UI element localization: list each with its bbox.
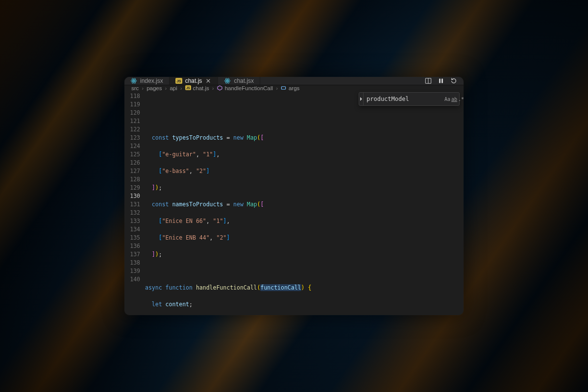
line-number: 126 [124,159,145,167]
code-line: ["e-bass", "2"] [145,167,464,175]
line-number: 136 [124,242,145,250]
code-line: ]); [145,184,464,192]
code-line: ["Enice ENB 44", "2"] [145,234,464,242]
method-icon [217,85,223,91]
split-editor-icon[interactable] [424,77,432,85]
svg-rect-10 [439,79,441,83]
chevron-right-icon: › [212,85,214,91]
line-number: 128 [124,175,145,184]
pause-icon[interactable] [437,77,445,85]
breadcrumb-segment[interactable]: src [131,85,139,91]
tab-spacer [260,77,418,85]
chevron-right-icon: › [165,85,167,91]
react-icon [130,77,137,84]
find-whole-word[interactable]: ab [451,94,457,104]
line-number: 140 [124,275,145,284]
editor-body: 1181191201211221231241251261271281291301… [124,91,464,315]
code-area[interactable]: Aa ab .* const typesToProducts = new Map… [145,91,464,315]
tab-bar: index.jsx JS chat.js chat.jsx [124,77,464,85]
chevron-right-icon: › [142,85,144,91]
find-input[interactable] [364,96,444,102]
chevron-right-icon: › [180,85,182,91]
line-number: 137 [124,250,145,259]
line-number: 119 [124,100,145,109]
code-line: async function handleFunctionCall(functi… [145,284,464,292]
line-number: 122 [124,125,145,134]
line-number-gutter: 1181191201211221231241251261271281291301… [124,91,145,315]
line-number: 139 [124,267,145,275]
line-number: 121 [124,117,145,125]
react-icon [224,77,231,84]
tab-chat-jsx[interactable]: chat.jsx [218,77,260,85]
variable-icon [281,85,287,91]
line-number: 118 [124,92,145,100]
svg-rect-11 [441,79,443,83]
line-number: 138 [124,259,145,267]
line-number: 124 [124,142,145,150]
code-line: ["e-guitar", "1"], [145,150,464,159]
line-number: 135 [124,234,145,242]
breadcrumb-segment[interactable]: api [170,85,177,91]
code-line: let content; [145,300,464,309]
svg-point-0 [133,80,134,81]
breadcrumb-segment[interactable]: JS chat.js [185,85,209,91]
editor-actions [418,77,464,85]
tab-label: chat.js [185,77,202,84]
svg-rect-12 [281,87,285,90]
tab-label: chat.jsx [234,77,254,84]
line-number: 129 [124,184,145,192]
tab-label: index.jsx [140,77,163,84]
find-regex[interactable]: .* [458,94,464,104]
find-expand-toggle[interactable] [359,93,364,105]
js-icon: JS [175,77,182,84]
line-number: 131 [124,200,145,209]
close-tab-button[interactable] [205,77,212,84]
line-number: 120 [124,109,145,117]
line-number: 125 [124,150,145,159]
breadcrumb: src › pages › api › JS chat.js › handleF… [124,85,464,91]
code-line: const typesToProducts = new Map([ [145,134,464,142]
svg-point-4 [227,80,228,81]
breadcrumb-segment[interactable]: args [281,85,299,91]
line-number: 130 [124,192,145,200]
chevron-right-icon: › [276,85,278,91]
line-number: 127 [124,167,145,175]
line-number: 132 [124,209,145,217]
breadcrumb-segment[interactable]: handleFunctionCall [217,85,273,91]
code-editor-window: index.jsx JS chat.js chat.jsx [124,77,464,315]
code-line: const namesToProducts = new Map([ [145,200,464,209]
code-line: ]); [145,250,464,259]
line-number: 123 [124,134,145,142]
tab-index-jsx[interactable]: index.jsx [124,77,170,85]
line-number: 133 [124,217,145,225]
code-line [145,267,464,275]
tab-chat-js[interactable]: JS chat.js [170,77,219,85]
code-line: ["Enice EN 66", "1"], [145,217,464,225]
breadcrumb-segment[interactable]: pages [147,85,162,91]
find-widget: Aa ab .* [359,92,460,106]
find-match-case[interactable]: Aa [444,94,450,104]
js-icon: JS [185,85,191,91]
line-number: 134 [124,225,145,234]
restart-debug-icon[interactable] [450,77,458,85]
